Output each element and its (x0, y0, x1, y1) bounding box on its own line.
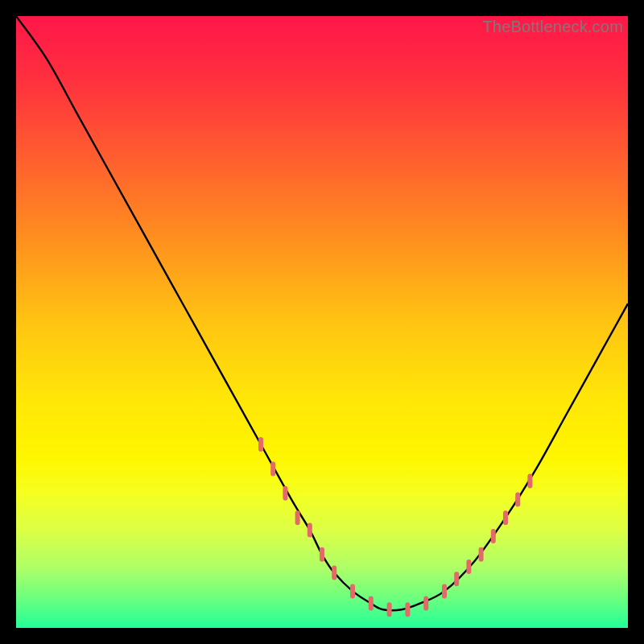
marker-dot (442, 584, 447, 598)
marker-dot (258, 437, 263, 452)
marker-dot (332, 566, 336, 580)
bottleneck-chart (16, 16, 628, 628)
marker-dot (491, 529, 496, 543)
marker-dot (369, 597, 374, 611)
marker-dot (423, 597, 428, 611)
marker-dot (283, 486, 287, 501)
marker-dot (387, 602, 392, 617)
watermark-text: TheBottleneck.com (482, 18, 623, 36)
marker-dot (350, 584, 355, 598)
marker-dot (270, 461, 275, 476)
marker-dot (515, 492, 520, 506)
marker-dot (405, 602, 410, 617)
marker-dot (466, 559, 471, 574)
marker-dot (503, 510, 508, 525)
marker-dot (308, 522, 312, 537)
marker-dot (454, 572, 459, 586)
chart-frame: TheBottleneck.com (16, 16, 628, 628)
marker-dot (320, 547, 324, 562)
marker-dot (479, 547, 484, 562)
marker-dot (527, 474, 532, 489)
marker-dot (295, 510, 300, 525)
gradient-background (16, 16, 628, 628)
